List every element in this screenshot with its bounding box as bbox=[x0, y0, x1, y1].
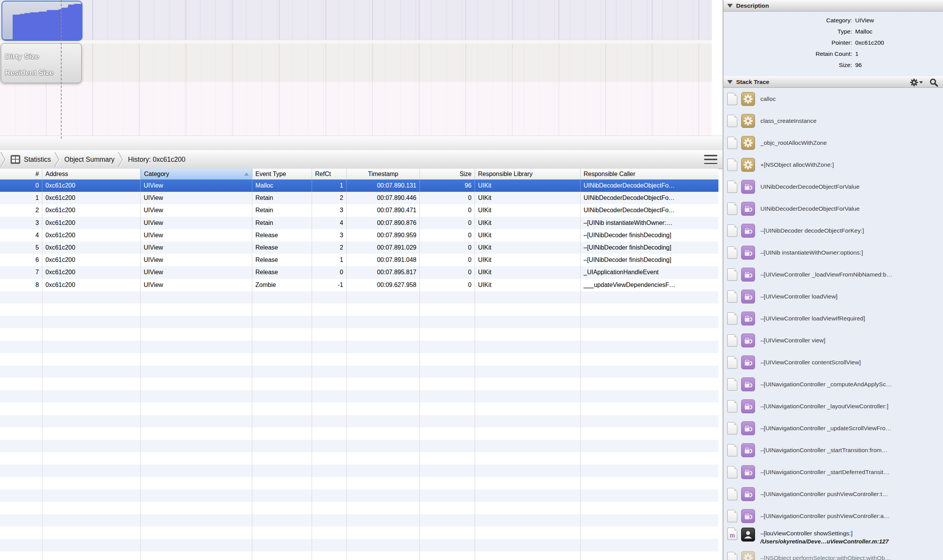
stack-frame[interactable]: –[UIViewController loadViewIfRequired] bbox=[723, 307, 943, 329]
cell-timestamp: 00:07.890.876 bbox=[347, 217, 420, 229]
table-row-empty bbox=[0, 366, 718, 378]
stack-frame[interactable]: UINibDecoderDecodeObjectForValue bbox=[723, 198, 943, 220]
stack-frame[interactable]: UINibDecoderDecodeObjectForValue bbox=[723, 176, 943, 198]
disclosure-triangle-icon[interactable] bbox=[727, 4, 733, 8]
field-label: Retain Count: bbox=[723, 50, 852, 57]
cell-refct bbox=[312, 526, 347, 539]
frame-symbol-name: –[UINavigationController _startTransitio… bbox=[760, 447, 888, 454]
table-row-empty bbox=[0, 415, 718, 428]
cell-library bbox=[475, 291, 581, 303]
disclosure-triangle-icon[interactable] bbox=[727, 80, 733, 84]
cell-category bbox=[141, 514, 252, 526]
stack-frame[interactable]: –[UINavigationController pushViewControl… bbox=[723, 505, 943, 527]
description-field: Category:UIView bbox=[723, 15, 943, 26]
table-row[interactable]: 60xc61c200UIViewRelease100:07.891.0480UI… bbox=[0, 254, 718, 266]
table-row[interactable]: 50xc61c200UIViewRelease200:07.891.0290UI… bbox=[0, 241, 718, 254]
column-header-size[interactable]: Size bbox=[420, 169, 475, 179]
dropdown-caret-icon bbox=[919, 81, 923, 84]
cell-event bbox=[252, 415, 312, 428]
column-header-num[interactable]: # bbox=[0, 169, 42, 179]
cell-library bbox=[475, 366, 581, 378]
cell-category: UIView bbox=[141, 266, 252, 278]
stack-frame[interactable]: +[NSObject allocWithZone:] bbox=[723, 154, 943, 176]
column-header-timestamp[interactable]: Timestamp bbox=[347, 169, 420, 179]
stack-frame[interactable]: –[UINavigationController _startTransitio… bbox=[723, 439, 943, 461]
table-row[interactable]: 00xc61c200UIViewMalloc100:07.890.13196UI… bbox=[0, 179, 718, 192]
table-row[interactable]: 40xc61c200UIViewRelease300:07.890.9590UI… bbox=[0, 229, 718, 241]
stack-frame[interactable]: –[UINavigationController pushViewControl… bbox=[723, 483, 943, 505]
allocations-chart-thumbnail[interactable] bbox=[2, 1, 82, 41]
cell-refct bbox=[312, 390, 347, 402]
cell-refct bbox=[312, 402, 347, 415]
table-row[interactable]: 80xc61c200UIViewZombie-100:09.627.9580UI… bbox=[0, 279, 718, 291]
stack-frame[interactable]: class_createInstance bbox=[723, 110, 943, 132]
cell-refct: -1 bbox=[312, 279, 347, 291]
allocations-track[interactable] bbox=[0, 0, 712, 40]
cell-num bbox=[0, 539, 42, 551]
column-header-label: Category bbox=[144, 171, 169, 178]
stack-frame[interactable]: –[UINibDecoder decodeObjectForKey:] bbox=[723, 220, 943, 241]
column-header-caller[interactable]: Responsible Caller bbox=[581, 169, 718, 179]
timeline-playhead[interactable] bbox=[61, 0, 62, 139]
breadcrumb-item-object-summary[interactable]: Object Summary bbox=[60, 156, 117, 164]
cell-caller bbox=[581, 526, 718, 539]
table-row[interactable]: 70xc61c200UIViewRelease000:07.895.8170UI… bbox=[0, 266, 718, 278]
cell-caller bbox=[581, 316, 718, 328]
stack-frame[interactable]: –[UINavigationController _computeAndAppl… bbox=[723, 373, 943, 395]
table-options-menu-icon[interactable] bbox=[704, 155, 717, 164]
stack-frame[interactable]: –[UINavigationController _updateScrollVi… bbox=[723, 417, 943, 439]
cell-caller: ___updateViewDependenciesF… bbox=[581, 279, 718, 291]
field-label: Pointer: bbox=[723, 39, 852, 46]
cell-caller bbox=[581, 464, 718, 477]
stack-frame[interactable]: –[UINavigationController _startDeferredT… bbox=[723, 461, 943, 483]
table-row[interactable]: 30xc61c200UIViewRetain400:07.890.8760UIK… bbox=[0, 217, 718, 229]
table-row[interactable]: 20xc61c200UIViewRetain300:07.890.4710UIK… bbox=[0, 204, 718, 216]
empty-track[interactable] bbox=[0, 82, 712, 136]
stack-trace-search-icon[interactable] bbox=[929, 78, 938, 87]
cell-refct: 2 bbox=[312, 241, 347, 254]
column-header-address[interactable]: Address bbox=[42, 169, 141, 179]
stack-frame[interactable]: calloc bbox=[723, 88, 943, 110]
cell-caller: –[UINib instantiateWithOwner:… bbox=[581, 217, 718, 229]
breadcrumb-item-history[interactable]: History: 0xc61c200 bbox=[124, 156, 188, 164]
user-code-person-icon bbox=[741, 528, 755, 542]
cell-address bbox=[42, 552, 141, 560]
stack-frame[interactable]: _objc_rootAllocWithZone bbox=[723, 132, 943, 154]
cell-size bbox=[420, 539, 475, 551]
table-row[interactable]: 10xc61c200UIViewRetain200:07.890.4460UIK… bbox=[0, 192, 718, 204]
stack-frame[interactable]: m –[louViewController showSettings:]/Use… bbox=[723, 527, 943, 547]
column-header-category[interactable]: Category bbox=[141, 169, 252, 179]
cell-address bbox=[42, 303, 141, 316]
column-header-refct[interactable]: RefCt bbox=[312, 169, 347, 179]
uikit-framework-mug-icon bbox=[741, 290, 755, 303]
stack-frame[interactable]: –[UIViewController loadView] bbox=[723, 285, 943, 307]
cell-event: Release bbox=[252, 229, 312, 241]
cell-size bbox=[420, 390, 475, 402]
cell-timestamp: 00:07.890.446 bbox=[347, 192, 420, 204]
stack-frame[interactable]: –[NSObject performSelector:withObject:wi… bbox=[723, 547, 943, 560]
cell-category bbox=[141, 477, 252, 490]
cell-caller bbox=[581, 502, 718, 514]
cell-library bbox=[475, 502, 581, 514]
cell-timestamp: 00:07.891.029 bbox=[347, 241, 420, 254]
memory-track[interactable] bbox=[0, 44, 712, 82]
field-value: 0xc61c200 bbox=[852, 39, 884, 46]
cell-num: 1 bbox=[0, 192, 42, 204]
memory-area-chart bbox=[2, 2, 82, 40]
column-header-library[interactable]: Responsible Library bbox=[475, 169, 581, 179]
cell-refct bbox=[312, 539, 347, 551]
stack-frame[interactable]: –[UINavigationController _layoutViewCont… bbox=[723, 395, 943, 417]
breadcrumb-item-statistics[interactable]: Statistics bbox=[7, 155, 54, 164]
stack-frame[interactable]: –[UIViewController _loadViewFromNibNamed… bbox=[723, 263, 943, 285]
cell-event bbox=[252, 464, 312, 477]
stack-trace-action-gear-icon[interactable] bbox=[910, 78, 923, 87]
document-icon bbox=[727, 488, 737, 500]
cell-event bbox=[252, 539, 312, 551]
stack-frame[interactable]: –[UINib instantiateWithOwner:options:] bbox=[723, 241, 943, 263]
system-library-gear-icon bbox=[741, 92, 755, 106]
column-header-event[interactable]: Event Type bbox=[252, 169, 312, 179]
stack-frame[interactable]: –[UIViewController contentScrollView] bbox=[723, 351, 943, 373]
stack-frame[interactable]: –[UIViewController view] bbox=[723, 329, 943, 351]
cell-address bbox=[42, 490, 141, 502]
cell-size bbox=[420, 514, 475, 526]
